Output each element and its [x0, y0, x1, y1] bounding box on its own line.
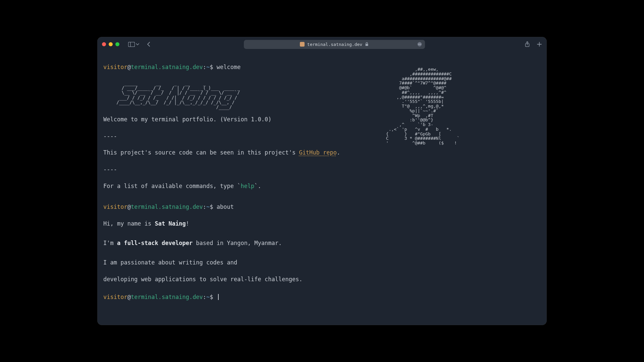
- address-bar[interactable]: terminal.satnaing.dev: [244, 40, 425, 49]
- close-window-button[interactable]: [102, 42, 106, 46]
- site-favicon: [300, 42, 305, 47]
- sidebar-toggle-button[interactable]: [128, 42, 139, 47]
- command-text: welcome: [217, 64, 241, 70]
- about-name-line: Hi, my name is Sat Naing!: [103, 220, 541, 228]
- prompt-user: visitor: [103, 64, 127, 70]
- input-cursor[interactable]: [218, 294, 219, 300]
- prompt-line-active: visitor@terminal.satnaing.dev:~$: [103, 293, 541, 301]
- back-button[interactable]: [147, 42, 151, 47]
- lock-icon: [365, 42, 369, 46]
- svg-rect-0: [128, 42, 135, 47]
- traffic-lights: [102, 42, 119, 46]
- prompt-host: terminal.satnaing.dev: [131, 64, 203, 70]
- prompt-line: visitor@terminal.satnaing.dev:~$ about: [103, 203, 541, 211]
- svg-point-6: [420, 44, 421, 45]
- chevron-down-icon: [136, 43, 139, 46]
- share-button[interactable]: [525, 41, 530, 47]
- help-command: help: [240, 183, 254, 189]
- svg-point-4: [418, 44, 419, 45]
- svg-rect-2: [366, 44, 368, 46]
- source-line: This project's source code can be seen i…: [103, 149, 541, 157]
- welcome-line: Welcome to my terminal portfolio. (Versi…: [103, 116, 541, 123]
- new-tab-button[interactable]: [537, 41, 542, 47]
- svg-point-5: [419, 44, 420, 45]
- ascii-logo: _____ __ _ __ _ / ___/____ _/ /_ / | / /…: [103, 81, 240, 110]
- github-repo-link[interactable]: GitHub repo: [299, 149, 337, 156]
- command-text: about: [217, 203, 234, 210]
- terminal-viewport[interactable]: visitor@terminal.satnaing.dev:~$ welcome…: [97, 52, 547, 325]
- prompt-line: visitor@terminal.satnaing.dev:~$ welcome: [103, 63, 541, 71]
- browser-window: terminal.satnaing.dev visitor@terminal.s…: [97, 37, 547, 325]
- ascii-portrait: ,##,,eew, ,##############C a############…: [386, 67, 460, 145]
- reader-mode-icon[interactable]: [417, 42, 422, 47]
- address-bar-text: terminal.satnaing.dev: [307, 42, 362, 47]
- about-role-line: I'm a full-stack developer based in Yang…: [103, 239, 541, 247]
- browser-toolbar: terminal.satnaing.dev: [97, 37, 547, 52]
- maximize-window-button[interactable]: [115, 42, 119, 46]
- minimize-window-button[interactable]: [109, 42, 113, 46]
- help-hint-line: For a list of available commands, type `…: [103, 182, 541, 190]
